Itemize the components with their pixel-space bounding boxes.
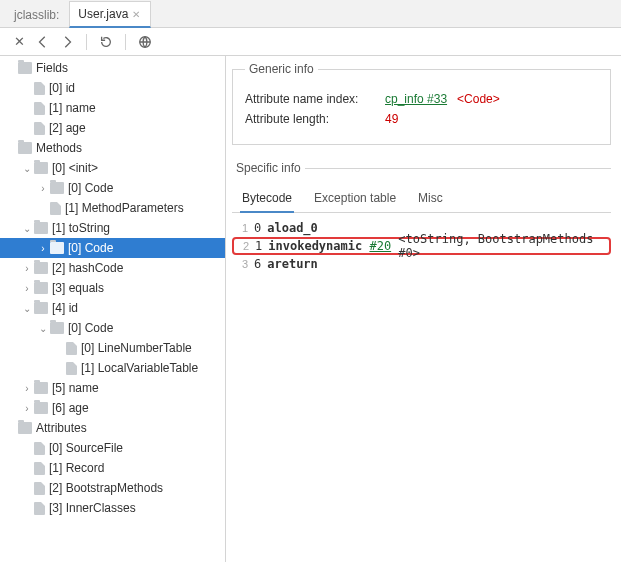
tree-item[interactable]: ›[0] Code (0, 238, 225, 258)
close-icon[interactable]: ✕ (132, 9, 140, 20)
tree-item[interactable]: ›[5] name (0, 378, 225, 398)
tree-item[interactable]: ›[3] equals (0, 278, 225, 298)
file-icon (34, 482, 45, 495)
tree-item[interactable]: [0] id (0, 78, 225, 98)
tree-item[interactable]: ⌄[4] id (0, 298, 225, 318)
tree-item[interactable]: [1] Record (0, 458, 225, 478)
chevron-down-icon[interactable]: ⌄ (36, 323, 50, 334)
bytecode-listing: 10aload_021invokedynamic #20 <toString, … (232, 217, 611, 273)
file-icon (34, 102, 45, 115)
folder-icon (34, 222, 48, 234)
folder-icon (18, 62, 32, 74)
file-icon (34, 122, 45, 135)
tree-item-label: [2] age (49, 121, 86, 135)
generic-info-box: Generic info Attribute name index: cp_in… (232, 62, 611, 145)
tree-item[interactable]: [0] SourceFile (0, 438, 225, 458)
attr-length-row: Attribute length: 49 (245, 112, 598, 126)
tree-item-label: Attributes (36, 421, 87, 435)
tree-item[interactable]: ⌄[1] toString (0, 218, 225, 238)
forward-icon[interactable] (58, 33, 76, 51)
chevron-right-icon[interactable]: › (36, 183, 50, 194)
tree-item-label: [1] Record (49, 461, 104, 475)
chevron-down-icon[interactable]: ⌄ (20, 303, 34, 314)
tree-item[interactable]: [2] age (0, 118, 225, 138)
folder-icon (50, 322, 64, 334)
folder-icon (34, 162, 48, 174)
folder-icon (34, 282, 48, 294)
cp-info-link[interactable]: cp_info #33 (385, 92, 447, 106)
attr-name-index-label: Attribute name index: (245, 92, 385, 106)
chevron-down-icon[interactable]: ⌄ (20, 223, 34, 234)
chevron-right-icon[interactable]: › (20, 403, 34, 414)
tree-item-label: Methods (36, 141, 82, 155)
file-icon (50, 202, 61, 215)
folder-icon (18, 142, 32, 154)
folder-icon (34, 402, 48, 414)
tree-item[interactable]: ⌄[0] <init> (0, 158, 225, 178)
globe-icon[interactable] (136, 33, 154, 51)
file-icon (34, 502, 45, 515)
file-icon (34, 82, 45, 95)
tab-exception-table[interactable]: Exception table (312, 185, 398, 213)
tree-item-label: [0] Code (68, 321, 113, 335)
editor-tabs: jclasslib: User.java ✕ (0, 0, 621, 28)
chevron-right-icon[interactable]: › (20, 283, 34, 294)
tree-item[interactable]: [0] LineNumberTable (0, 338, 225, 358)
bytecode-arg-link[interactable]: #20 (369, 239, 391, 253)
chevron-right-icon[interactable]: › (20, 383, 34, 394)
bytecode-offset: 1 (255, 239, 262, 253)
tree-sidebar: Fields[0] id[1] name[2] ageMethods⌄[0] <… (0, 56, 226, 562)
tree-item[interactable]: [1] MethodParameters (0, 198, 225, 218)
chevron-right-icon[interactable]: › (36, 243, 50, 254)
tree-item[interactable]: ›[0] Code (0, 178, 225, 198)
specific-info-legend: Specific info (232, 161, 305, 175)
attr-length-value: 49 (385, 112, 398, 126)
tree-item-label: [4] id (52, 301, 78, 315)
bytecode-offset: 6 (254, 257, 261, 271)
line-number: 3 (234, 258, 248, 270)
tab-bytecode[interactable]: Bytecode (240, 185, 294, 213)
bytecode-offset: 0 (254, 221, 261, 235)
line-number: 1 (234, 222, 248, 234)
refresh-icon[interactable] (97, 33, 115, 51)
bytecode-opcode: invokedynamic (268, 239, 362, 253)
tab-user-java[interactable]: User.java ✕ (69, 1, 151, 28)
tree-item[interactable]: Methods (0, 138, 225, 158)
chevron-down-icon[interactable]: ⌄ (20, 163, 34, 174)
tab-misc[interactable]: Misc (416, 185, 445, 213)
tree-item-label: [0] Code (68, 241, 113, 255)
line-number: 2 (236, 240, 249, 252)
chevron-right-icon[interactable]: › (20, 263, 34, 274)
tree-item-label: [3] equals (52, 281, 104, 295)
tree-item[interactable]: Fields (0, 58, 225, 78)
tree-item[interactable]: [1] LocalVariableTable (0, 358, 225, 378)
tree-item[interactable]: Attributes (0, 418, 225, 438)
tree-item-label: [0] id (49, 81, 75, 95)
tree-item-label: [5] name (52, 381, 99, 395)
back-icon[interactable] (34, 33, 52, 51)
folder-icon (50, 182, 64, 194)
tree-item[interactable]: ›[2] hashCode (0, 258, 225, 278)
tree-item[interactable]: ⌄[0] Code (0, 318, 225, 338)
file-icon (66, 342, 77, 355)
tree-item-label: [1] MethodParameters (65, 201, 184, 215)
separator (125, 34, 126, 50)
separator (86, 34, 87, 50)
tree-item[interactable]: [3] InnerClasses (0, 498, 225, 518)
close-icon[interactable]: ✕ (10, 33, 28, 51)
tree-item[interactable]: [1] name (0, 98, 225, 118)
tree-item[interactable]: ›[6] age (0, 398, 225, 418)
attr-length-label: Attribute length: (245, 112, 385, 126)
tree-item-label: [2] BootstrapMethods (49, 481, 163, 495)
tab-label: User.java (78, 7, 128, 21)
tree-item-label: [6] age (52, 401, 89, 415)
tree-item-label: [0] <init> (52, 161, 98, 175)
inner-tabs: Bytecode Exception table Misc (232, 185, 611, 213)
main-panel: Generic info Attribute name index: cp_in… (226, 56, 621, 562)
folder-icon (34, 382, 48, 394)
tree-item-label: [2] hashCode (52, 261, 123, 275)
tree-item-label: [0] LineNumberTable (81, 341, 192, 355)
specific-info-box: Specific info Bytecode Exception table M… (232, 161, 611, 285)
tree-item[interactable]: [2] BootstrapMethods (0, 478, 225, 498)
tab-jclasslib[interactable]: jclasslib: (6, 3, 69, 27)
